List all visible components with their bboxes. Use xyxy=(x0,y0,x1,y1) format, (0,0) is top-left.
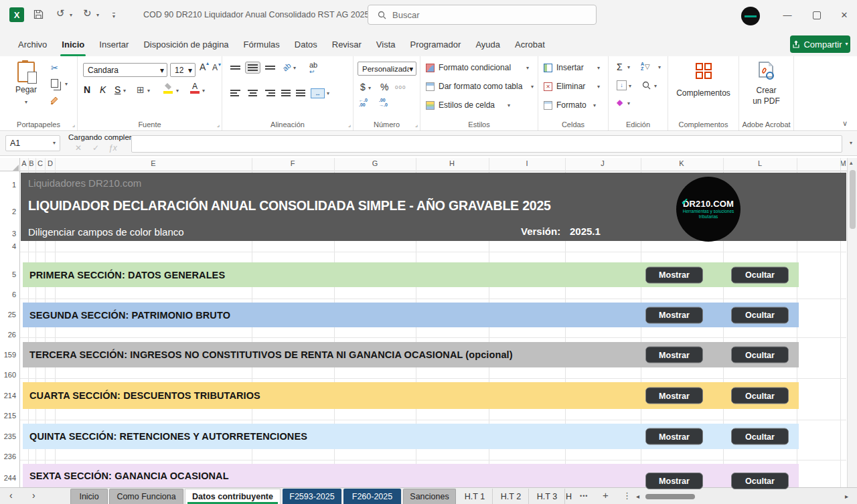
sheet-tab-ht1[interactable]: H.T 1 xyxy=(457,489,493,504)
format-as-table-button[interactable]: Dar formato como tabla xyxy=(439,82,522,91)
undo-icon[interactable]: ↺ xyxy=(56,8,65,18)
horizontal-scrollbar-thumb[interactable] xyxy=(645,494,695,499)
col-header[interactable]: K xyxy=(679,159,684,167)
row-header[interactable]: 236 xyxy=(0,452,16,461)
sheet-tab-inicio[interactable]: Inicio xyxy=(70,489,108,504)
col-header[interactable]: B xyxy=(29,159,33,167)
col-header[interactable]: D xyxy=(48,159,53,167)
row-header[interactable]: 159 xyxy=(0,350,16,359)
create-pdf-icon[interactable] xyxy=(758,62,775,83)
ocultar-button[interactable]: Ocultar xyxy=(731,307,789,323)
sort-filter-icon[interactable]: AZ ▽ xyxy=(641,62,650,71)
sheet-tab-ht3[interactable]: H.T 3 xyxy=(530,489,565,504)
delete-cells-button[interactable]: Eliminar xyxy=(556,82,585,91)
col-header[interactable]: J xyxy=(601,159,605,167)
cell-styles-button[interactable]: Estilos de celda xyxy=(439,100,495,110)
cut-icon[interactable]: ✂ xyxy=(51,63,58,73)
increase-indent-icon[interactable] xyxy=(296,90,306,96)
fill-dropdown-icon[interactable]: ▾ xyxy=(629,84,631,89)
font-size-select[interactable]: 12 ▾ xyxy=(170,63,196,77)
underline-dropdown-icon[interactable]: ▾ xyxy=(123,88,126,94)
sheet-tab-como-funciona[interactable]: Como Funciona xyxy=(109,489,183,504)
col-header[interactable]: L xyxy=(758,159,762,167)
ocultar-button[interactable]: Ocultar xyxy=(731,347,789,363)
ocultar-button[interactable]: Ocultar xyxy=(731,473,789,489)
minimize-button[interactable]: — xyxy=(773,0,802,30)
collapse-ribbon-icon[interactable]: ∨ xyxy=(842,119,848,128)
row-header[interactable]: 6 xyxy=(0,290,16,299)
ocultar-button[interactable]: Ocultar xyxy=(731,388,789,404)
number-format-select[interactable]: Personalizada ▾ xyxy=(358,62,416,76)
delete-dropdown-icon[interactable]: ▾ xyxy=(597,84,600,90)
align-left-icon[interactable] xyxy=(230,90,240,96)
formula-input[interactable] xyxy=(131,135,842,153)
dialog-launcher-icon[interactable]: ⌟ xyxy=(217,121,220,128)
row-header[interactable]: 26 xyxy=(0,330,16,339)
account-avatar[interactable] xyxy=(741,7,760,25)
dialog-launcher-icon[interactable]: ⌟ xyxy=(348,121,351,128)
fill-color-dropdown-icon[interactable]: ▾ xyxy=(176,88,179,94)
search-box[interactable]: Buscar xyxy=(368,5,597,25)
row-header[interactable]: 5 xyxy=(0,270,16,279)
tab-programador[interactable]: Programador xyxy=(403,35,469,56)
cell-styles-dropdown-icon[interactable]: ▾ xyxy=(508,103,510,108)
tab-vista[interactable]: Vista xyxy=(369,35,403,56)
ocultar-button[interactable]: Ocultar xyxy=(731,428,789,445)
row-header[interactable]: 214 xyxy=(0,391,16,400)
wrap-text-icon[interactable]: ab xyxy=(309,62,317,68)
tab-insertar[interactable]: Insertar xyxy=(92,35,136,56)
vertical-scrollbar-thumb[interactable] xyxy=(850,170,856,229)
borders-icon[interactable]: ⊞ xyxy=(137,84,145,95)
mostrar-button[interactable]: Mostrar xyxy=(645,388,703,404)
comma-style-icon[interactable]: 000 xyxy=(395,84,406,90)
find-dropdown-icon[interactable]: ▾ xyxy=(654,84,657,89)
sheet-tab-f260[interactable]: F260-2025 xyxy=(343,489,401,504)
bold-button[interactable]: N xyxy=(84,84,90,95)
tab-disposicion[interactable]: Disposición de página xyxy=(136,35,236,56)
fill-down-icon[interactable]: ↓ xyxy=(617,80,627,90)
row-header[interactable]: 3 xyxy=(0,229,16,238)
expand-formula-bar-icon[interactable]: ▾ xyxy=(850,141,852,146)
row-header[interactable]: 215 xyxy=(0,411,16,420)
format-table-dropdown-icon[interactable]: ▾ xyxy=(531,84,534,90)
format-cells-button[interactable]: Formato xyxy=(556,100,587,110)
tab-datos[interactable]: Datos xyxy=(287,35,325,56)
copy-dropdown-icon[interactable]: ▾ xyxy=(65,82,68,87)
insert-function-icon[interactable]: ƒx xyxy=(108,143,117,153)
col-header[interactable]: I xyxy=(526,159,528,167)
excel-app-icon[interactable]: X xyxy=(9,7,24,22)
paste-button[interactable]: Pegar ▾ xyxy=(9,62,43,106)
hscroll-left-icon[interactable]: ◂ xyxy=(636,493,639,500)
mostrar-button[interactable]: Mostrar xyxy=(645,347,703,363)
conditional-formatting-button[interactable]: Formato condicional xyxy=(439,63,511,72)
sheet-tab-f2593[interactable]: F2593-2025 xyxy=(283,489,341,504)
col-header[interactable]: H xyxy=(449,159,455,167)
tab-acrobat[interactable]: Acrobat xyxy=(508,35,552,56)
sheet-nav-right-icon[interactable]: › xyxy=(32,490,35,501)
clear-dropdown-icon[interactable]: ▾ xyxy=(627,101,630,106)
font-color-dropdown-icon[interactable]: ▾ xyxy=(202,88,205,94)
tab-formulas[interactable]: Fórmulas xyxy=(236,35,287,56)
save-icon[interactable] xyxy=(33,9,44,21)
addins-icon[interactable] xyxy=(696,63,712,79)
fill-color-icon[interactable] xyxy=(163,83,173,94)
col-header[interactable]: C xyxy=(37,159,43,167)
decrease-indent-icon[interactable] xyxy=(281,90,291,96)
increase-font-icon[interactable]: A xyxy=(200,62,206,72)
row-header[interactable]: 160 xyxy=(0,370,16,380)
increase-decimal-icon[interactable]: ←.0 .00 xyxy=(359,98,368,107)
font-name-select[interactable]: Candara ▾ xyxy=(83,63,167,77)
underline-button[interactable]: S xyxy=(114,84,121,95)
percent-icon[interactable]: % xyxy=(380,82,388,92)
align-bottom-icon[interactable] xyxy=(265,66,275,70)
dialog-launcher-icon[interactable]: ⌟ xyxy=(415,121,418,128)
tab-menu-icon[interactable]: ⋮ xyxy=(623,491,631,501)
sheet-tab-sanciones[interactable]: Sanciones xyxy=(403,489,456,504)
share-button[interactable]: Compartir ▾ xyxy=(790,35,850,53)
font-color-icon[interactable]: A xyxy=(190,82,200,94)
restore-button[interactable] xyxy=(802,0,832,30)
create-pdf-label-1[interactable]: Crear xyxy=(739,86,793,95)
col-header[interactable]: E xyxy=(151,159,155,167)
cancel-icon[interactable]: ✕ xyxy=(75,143,82,153)
name-box[interactable]: A1 ▾ xyxy=(5,135,60,151)
